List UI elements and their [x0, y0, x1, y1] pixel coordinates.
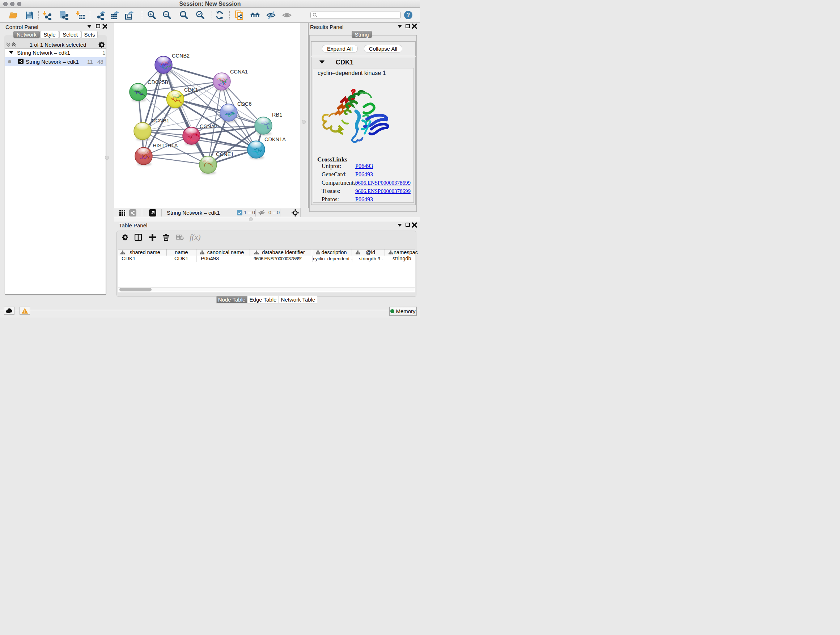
svg-text:CCNB1: CCNB1 [152, 118, 169, 124]
svg-text:CDC25B: CDC25B [148, 79, 168, 85]
svg-text:CCNA1: CCNA1 [230, 69, 248, 74]
svg-text:CCNA2: CCNA2 [200, 124, 218, 129]
svg-text:CDK1: CDK1 [184, 87, 198, 93]
svg-text:CCNB2: CCNB2 [172, 53, 189, 59]
svg-text:HIST1H1A: HIST1H1A [153, 143, 178, 149]
svg-text:CDKN1A: CDKN1A [264, 136, 286, 142]
svg-text:CCNE1: CCNE1 [216, 151, 234, 157]
svg-text:RB1: RB1 [272, 112, 282, 118]
svg-text:CDC6: CDC6 [237, 101, 251, 107]
